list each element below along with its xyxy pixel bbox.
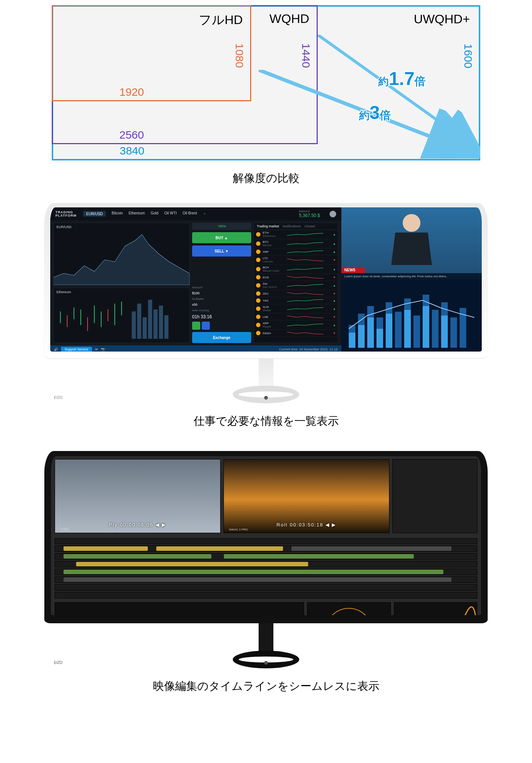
waveform-scope [394, 602, 477, 615]
monitor-bezel: TRADING PLATFORM EUR/USD Bitcoin Ethereu… [44, 203, 488, 358]
multiplier-value: x50 [192, 303, 251, 306]
svg-rect-14 [143, 317, 147, 339]
video-track-2[interactable] [55, 553, 477, 560]
market-row[interactable]: LNK▼ [254, 313, 338, 321]
market-row[interactable]: XRPRipple▲ [254, 321, 338, 330]
sparkline [287, 292, 323, 295]
profit-percent: +50% [192, 223, 251, 230]
tab-bitcoin[interactable]: Bitcoin [112, 211, 123, 217]
coin-icon [256, 283, 260, 288]
market-row[interactable]: ETHEthereum▲ [254, 230, 338, 239]
svg-rect-18 [164, 315, 168, 339]
program-timecode: Roll 00:03:50:18 ◀ ▶ [277, 522, 337, 528]
support-button[interactable]: Support Service [61, 347, 92, 352]
coin-icon [256, 323, 260, 327]
monitor-osd-button[interactable] [264, 396, 268, 400]
price-chart-secondary: Ethereum [53, 288, 190, 343]
chat-icon[interactable]: ✉ [95, 347, 98, 351]
change-arrow-icon: ▲ [325, 250, 336, 254]
coin-name: TRX [263, 299, 285, 302]
mixer-panel [55, 602, 304, 615]
tab-ethereum[interactable]: Ethereum [129, 211, 144, 217]
market-row[interactable]: ZecZec GOLD▲ [254, 281, 338, 290]
add-tab-icon[interactable]: ＋ [203, 211, 207, 217]
vectorscope [307, 602, 391, 615]
market-tab-notifications[interactable]: Notifications [283, 224, 301, 228]
coin-icon [256, 241, 260, 246]
fullhd-width: 1920 [119, 86, 144, 98]
market-row[interactable]: LTCLitecoin▼ [254, 255, 338, 265]
video-editor-app: Ply 00:00:06:06 ◀ ▶ 北極圏 Roll 00:03:50:18… [51, 456, 481, 615]
tab-oil-brent[interactable]: Oil Brent [183, 211, 197, 217]
audio-track-1[interactable] [55, 569, 477, 575]
exchange-button[interactable]: Exchange [192, 332, 251, 343]
timer-value: 01h 33:16 [192, 314, 251, 319]
fullhd-height: 1080 [233, 43, 246, 68]
svg-rect-26 [413, 316, 420, 348]
svg-rect-34 [367, 318, 374, 348]
coin-name: ZecZec GOLD [263, 282, 285, 289]
svg-rect-24 [395, 312, 402, 348]
market-row[interactable]: ZEC▼ [254, 290, 338, 297]
video-track-3[interactable] [55, 561, 477, 567]
buy-button[interactable]: BUY ▲ [192, 232, 251, 243]
coin-icon [256, 267, 260, 271]
change-arrow-icon: ▼ [325, 292, 336, 295]
monitor-osd-button-black[interactable] [264, 661, 268, 665]
avatar-icon[interactable] [330, 211, 336, 217]
timeline[interactable] [51, 536, 481, 602]
svg-rect-17 [159, 306, 163, 339]
sparkline [287, 267, 323, 271]
monitor-stand-column-black [259, 623, 273, 653]
charts-column: EUR/USD Ethereum [53, 223, 190, 343]
market-tab-closed[interactable]: Closed [304, 224, 315, 228]
trading-tabs: EUR/USD Bitcoin Ethereum Gold Oil WTI Oi… [83, 211, 207, 217]
change-arrow-icon: ▲ [325, 307, 336, 311]
market-row[interactable]: BCHBitcoin Cash▲ [254, 265, 338, 274]
sparkline [287, 258, 323, 262]
monitor-stand-base-black [233, 651, 299, 668]
tab-gold[interactable]: Gold [151, 211, 158, 217]
sell-button[interactable]: SELL ▼ [192, 245, 251, 257]
change-arrow-icon: ▼ [325, 315, 336, 319]
news-anchor-figure [389, 214, 434, 266]
market-row[interactable]: DASH▼ [254, 330, 338, 337]
trading-footer: 🔊 Support Service ✉ 📷 Current time: 24 N… [50, 345, 341, 352]
tab-eurusd[interactable]: EUR/USD [83, 211, 106, 217]
audio-track-2[interactable] [55, 576, 477, 583]
tab-oil-wti[interactable]: Oil WTI [164, 211, 177, 217]
change-arrow-icon: ▼ [325, 276, 336, 279]
market-tab-trading[interactable]: Trading market [257, 224, 279, 228]
video-track-1[interactable] [55, 545, 477, 552]
audio-track-3[interactable] [55, 584, 477, 591]
coin-name: EOS [263, 276, 285, 279]
news-ticker: Lorem ipsum dolor sit amet, consectetur … [341, 273, 482, 279]
svg-rect-15 [148, 300, 152, 339]
market-row[interactable]: BTCBitcoin▲ [254, 239, 338, 248]
cam-icon[interactable]: 📷 [101, 347, 105, 351]
fullhd-box: フルHD 1080 1920 [52, 5, 251, 101]
source-viewer: Ply 00:00:06:06 ◀ ▶ 北極圏 [55, 459, 221, 533]
sparkline [287, 242, 323, 245]
svg-rect-30 [450, 318, 457, 348]
change-arrow-icon: ▲ [325, 299, 336, 302]
svg-rect-39 [441, 316, 448, 348]
market-row[interactable]: XLMStellar▲ [254, 304, 338, 313]
change-arrow-icon: ▲ [325, 323, 336, 327]
coin-name: ETHEthereum [263, 231, 285, 238]
scopes-row [51, 602, 481, 615]
sparkline [287, 275, 323, 279]
coin-name: XLMStellar [263, 305, 285, 312]
market-row[interactable]: EOS▼ [254, 274, 338, 281]
share-icon[interactable] [202, 322, 210, 330]
volume-icon[interactable]: 🔊 [54, 347, 58, 351]
sparkline [287, 299, 323, 302]
market-row[interactable]: XRP▲ [254, 248, 338, 255]
svg-rect-37 [404, 310, 411, 348]
timeline-ruler [55, 538, 477, 544]
coin-icon [256, 275, 260, 279]
market-row[interactable]: TRX▲ [254, 297, 338, 304]
audio-track-4[interactable] [55, 592, 477, 598]
multiplier-label: Multiplier [192, 297, 251, 301]
confirm-icon[interactable] [192, 322, 200, 330]
